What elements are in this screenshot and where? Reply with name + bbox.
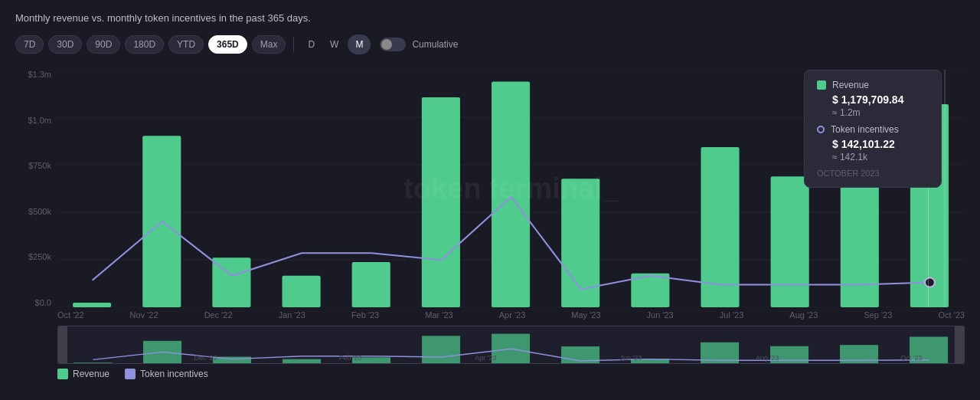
x-axis-label: Sep '23 [864, 310, 892, 320]
x-axis-label: Oct '22 [57, 310, 84, 320]
svg-rect-11 [422, 97, 460, 307]
y-axis-label: $750k [28, 161, 51, 170]
time-btn-90d[interactable]: 90D [87, 35, 120, 54]
legend-revenue-label: Revenue [73, 369, 109, 379]
time-btn-365d[interactable]: 365D [208, 35, 247, 54]
tooltip-revenue-value: $ 1,179,709.84 [832, 93, 929, 106]
cumulative-switch[interactable] [380, 38, 406, 51]
mini-chart[interactable]: Dec '22Feb '23Apr '23Jun '23Aug '23Oct '… [57, 326, 965, 364]
legend-revenue-color [57, 369, 68, 379]
svg-point-19 [925, 278, 935, 287]
time-buttons: 7D30D90D180DYTD365DMax [15, 35, 286, 54]
x-axis-label: Aug '23 [789, 310, 818, 320]
time-btn-7d[interactable]: 7D [15, 35, 44, 54]
svg-rect-21 [74, 362, 112, 363]
time-btn-180d[interactable]: 180D [125, 35, 164, 54]
svg-rect-26 [422, 336, 460, 363]
svg-rect-6 [73, 303, 111, 307]
tooltip-revenue-row: Revenue [817, 80, 929, 90]
mini-handle-right[interactable] [955, 326, 964, 363]
svg-rect-10 [352, 262, 390, 307]
controls-row: 7D30D90D180DYTD365DMax DWM Cumulative [15, 34, 965, 54]
granularity-buttons: DWM [302, 34, 371, 54]
tooltip-revenue-dot [817, 80, 826, 90]
legend-token: Token incentives [125, 369, 208, 379]
cumulative-toggle[interactable]: Cumulative [380, 38, 458, 51]
tooltip-token-approx: ≈ 142.1k [832, 152, 929, 162]
divider [293, 37, 294, 52]
mini-x-label: Oct '23 [900, 354, 922, 362]
x-axis-label: Jan '23 [279, 310, 305, 320]
gran-btn-m[interactable]: M [348, 34, 371, 54]
chart-container: Monthly revenue vs. monthly token incent… [0, 0, 980, 400]
x-axis-label: Feb '23 [351, 310, 379, 320]
x-axis-label: Oct '23 [938, 310, 965, 320]
mini-x-label: Feb '23 [339, 354, 362, 362]
legend-token-label: Token incentives [140, 369, 208, 379]
y-axis-label: $500k [28, 207, 51, 216]
mini-x-label: Apr '23 [475, 354, 496, 362]
svg-rect-16 [771, 176, 809, 307]
x-axis-label: Dec '22 [204, 310, 233, 320]
tooltip-token-value: $ 142,101.22 [832, 138, 929, 150]
legend-revenue: Revenue [57, 369, 109, 379]
x-axis-label: Nov '22 [130, 310, 158, 320]
y-axis: $1.3m$1.0m$750k$500k$250k$0.0 [15, 70, 57, 307]
legend: Revenue Token incentives [57, 369, 965, 379]
y-axis-label: $250k [28, 252, 51, 261]
mini-x-label: Dec '22 [194, 354, 217, 362]
mini-handle-left[interactable] [58, 326, 67, 363]
gran-btn-d[interactable]: D [302, 34, 321, 54]
cumulative-label: Cumulative [412, 39, 458, 50]
y-axis-label: $1.3m [28, 70, 51, 79]
time-btn-max[interactable]: Max [252, 35, 286, 54]
tooltip: Revenue $ 1,179,709.84 ≈ 1.2m Token ince… [804, 70, 942, 188]
x-axis: Oct '22Nov '22Dec '22Jan '23Feb '23Mar '… [57, 307, 965, 323]
mini-x-label: Aug '23 [756, 354, 779, 362]
legend-token-color [125, 369, 136, 379]
x-axis-label: Jun '23 [647, 310, 674, 320]
chart-title: Monthly revenue vs. monthly token incent… [15, 12, 965, 24]
y-axis-label: $1.0m [28, 116, 51, 125]
svg-rect-12 [492, 82, 530, 308]
tooltip-token-row: Token incentives [817, 124, 929, 135]
tooltip-date: OCTOBER 2023 [817, 169, 929, 178]
mini-x-label: Jun '23 [619, 354, 642, 362]
y-axis-label: $0.0 [35, 298, 51, 307]
svg-rect-24 [283, 359, 321, 363]
time-btn-30d[interactable]: 30D [48, 35, 82, 54]
x-axis-label: Apr '23 [499, 310, 526, 320]
svg-rect-17 [841, 167, 879, 307]
x-axis-label: May '23 [571, 310, 600, 320]
tooltip-token-dot [817, 126, 825, 133]
x-axis-label: Jul '23 [720, 310, 743, 320]
x-axis-label: Mar '23 [425, 310, 452, 320]
tooltip-token-label: Token incentives [831, 124, 899, 135]
tooltip-revenue-label: Revenue [832, 80, 869, 90]
time-btn-ytd[interactable]: YTD [168, 35, 204, 54]
svg-rect-9 [283, 276, 321, 307]
tooltip-revenue-approx: ≈ 1.2m [832, 107, 929, 118]
gran-btn-w[interactable]: W [324, 34, 345, 54]
